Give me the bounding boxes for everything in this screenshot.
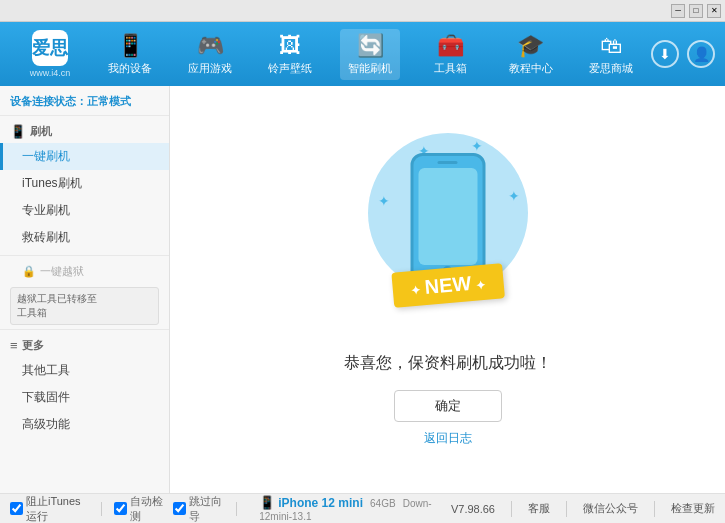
sparkle-2: ✦: [471, 138, 483, 154]
sidebar-item-other-tools[interactable]: 其他工具: [0, 357, 169, 384]
nav-toolbox[interactable]: 🧰 工具箱: [421, 29, 481, 80]
guide-checkbox[interactable]: [173, 502, 186, 515]
nav-ai-mall-label: 爱思商城: [589, 61, 633, 76]
more-section-label: 更多: [22, 338, 44, 353]
window-controls: ─ □ ✕: [671, 4, 721, 18]
wechat-link[interactable]: 微信公众号: [583, 501, 638, 516]
smart-shop-icon: 🔄: [357, 33, 384, 59]
bottom-divider-1: [511, 501, 512, 517]
sidebar-item-unbrick-flash[interactable]: 救砖刷机: [0, 224, 169, 251]
my-device-icon: 📱: [117, 33, 144, 59]
bottom-left: 阻止iTunes运行 自动检测 跳过向导 📱 iPhone 12 mini 64…: [10, 494, 451, 524]
minimize-btn[interactable]: ─: [671, 4, 685, 18]
sidebar-item-pro-flash[interactable]: 专业刷机: [0, 197, 169, 224]
device-storage: 64GB: [370, 498, 396, 509]
nav-apps-games-label: 应用游戏: [188, 61, 232, 76]
header-right: ⬇ 👤: [651, 40, 715, 68]
sidebar-item-itunes-flash[interactable]: iTunes刷机: [0, 170, 169, 197]
sidebar: 设备连接状态：正常模式 📱 刷机 一键刷机 iTunes刷机 专业刷机 救砖刷机…: [0, 86, 170, 493]
sidebar-locked-jailbreak: 🔒 一键越狱: [0, 260, 169, 283]
nav-smart-shop[interactable]: 🔄 智能刷机: [340, 29, 400, 80]
sidebar-item-advanced[interactable]: 高级功能: [0, 411, 169, 438]
support-link[interactable]: 客服: [528, 501, 550, 516]
success-message: 恭喜您，保资料刷机成功啦！: [344, 353, 552, 374]
user-btn[interactable]: 👤: [687, 40, 715, 68]
bottom-right: V7.98.66 客服 微信公众号 检查更新: [451, 501, 715, 517]
phone-screen: [418, 168, 477, 265]
bottom-bar: 阻止iTunes运行 自动检测 跳过向导 📱 iPhone 12 mini 64…: [0, 493, 725, 523]
auto-connect-checkbox[interactable]: [114, 502, 127, 515]
divider-bottom-2: [236, 502, 237, 516]
nav-bar: 📱 我的设备 🎮 应用游戏 🖼 铃声壁纸 🔄 智能刷机 🧰 工具箱 🎓 教程中心…: [90, 29, 651, 80]
close-btn[interactable]: ✕: [707, 4, 721, 18]
phone-illustration: ✦ ✦ ✦ ✦ NEW: [358, 133, 538, 333]
header: 爱思 www.i4.cn 📱 我的设备 🎮 应用游戏 🖼 铃声壁纸 🔄 智能刷机…: [0, 22, 725, 86]
nav-tutorial-label: 教程中心: [509, 61, 553, 76]
maximize-btn[interactable]: □: [689, 4, 703, 18]
guide-label: 跳过向导: [189, 494, 224, 524]
flash-section-header: 📱 刷机: [0, 120, 169, 143]
nav-my-device[interactable]: 📱 我的设备: [100, 29, 160, 80]
confirm-button[interactable]: 确定: [394, 390, 502, 422]
more-section-header: ≡ 更多: [0, 334, 169, 357]
nav-ringtone-label: 铃声壁纸: [268, 61, 312, 76]
logo-url: www.i4.cn: [30, 68, 71, 78]
sidebar-item-download-firmware[interactable]: 下载固件: [0, 384, 169, 411]
lock-icon: 🔒: [22, 265, 36, 278]
flash-section-label: 刷机: [30, 124, 52, 139]
back-today-link[interactable]: 返回日志: [424, 430, 472, 447]
sidebar-item-one-key-flash[interactable]: 一键刷机: [0, 143, 169, 170]
no-itunes-label: 阻止iTunes运行: [26, 494, 89, 524]
tutorial-icon: 🎓: [517, 33, 544, 59]
nav-apps-games[interactable]: 🎮 应用游戏: [180, 29, 240, 80]
status-value: 正常模式: [87, 95, 131, 107]
divider-bottom-1: [101, 502, 102, 516]
sidebar-divider-1: [0, 255, 169, 256]
nav-ai-mall[interactable]: 🛍 爱思商城: [581, 29, 641, 80]
logo: 爱思 www.i4.cn: [10, 30, 90, 78]
sparkle-3: ✦: [378, 193, 390, 209]
bottom-divider-3: [654, 501, 655, 517]
flash-section-icon: 📱: [10, 124, 26, 139]
sidebar-divider-2: [0, 329, 169, 330]
nav-toolbox-label: 工具箱: [434, 61, 467, 76]
sparkle-4: ✦: [508, 188, 520, 204]
nav-my-device-label: 我的设备: [108, 61, 152, 76]
version-label: V7.98.66: [451, 503, 495, 515]
main-content: ✦ ✦ ✦ ✦ NEW 恭喜您，保资料刷机成功啦！ 确定 返回日志: [170, 86, 725, 493]
logo-icon: 爱思: [32, 30, 68, 66]
no-itunes-checkbox[interactable]: 阻止iTunes运行: [10, 494, 89, 524]
nav-tutorial[interactable]: 🎓 教程中心: [501, 29, 561, 80]
nav-ringtone-wallpaper[interactable]: 🖼 铃声壁纸: [260, 29, 320, 80]
ringtone-icon: 🖼: [279, 33, 301, 59]
device-icon: 📱: [259, 495, 275, 510]
auto-connect-label: 自动检测: [130, 494, 165, 524]
apps-games-icon: 🎮: [197, 33, 224, 59]
more-icon: ≡: [10, 338, 18, 353]
device-info: 📱 iPhone 12 mini 64GB Down-12mini-13.1: [259, 495, 451, 522]
ai-mall-icon: 🛍: [600, 33, 622, 59]
device-name: iPhone 12 mini: [278, 496, 363, 510]
status-label: 设备连接状态：: [10, 95, 87, 107]
phone-speaker: [438, 161, 458, 164]
phone-body: [410, 153, 485, 283]
auto-connect-item[interactable]: 自动检测: [114, 494, 165, 524]
no-itunes-check[interactable]: [10, 502, 23, 515]
status-bar: 设备连接状态：正常模式: [0, 90, 169, 116]
nav-smart-shop-label: 智能刷机: [348, 61, 392, 76]
bottom-divider-2: [566, 501, 567, 517]
guide-item[interactable]: 跳过向导: [173, 494, 224, 524]
title-bar: ─ □ ✕: [0, 0, 725, 22]
toolbox-icon: 🧰: [437, 33, 464, 59]
download-btn[interactable]: ⬇: [651, 40, 679, 68]
sidebar-note: 越狱工具已转移至工具箱: [10, 287, 159, 325]
main-layout: 设备连接状态：正常模式 📱 刷机 一键刷机 iTunes刷机 专业刷机 救砖刷机…: [0, 86, 725, 493]
check-update-link[interactable]: 检查更新: [671, 501, 715, 516]
